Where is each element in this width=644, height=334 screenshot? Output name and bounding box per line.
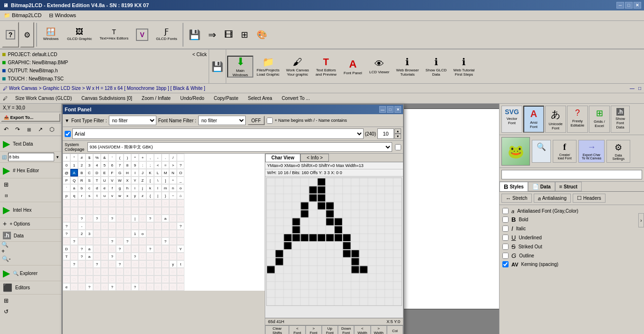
char-cell[interactable]: □ — [86, 215, 93, 222]
bold-checkbox[interactable] — [502, 216, 509, 223]
char-cell[interactable]: i — [131, 184, 139, 192]
grid-btn2[interactable]: ⊟ — [1, 190, 11, 201]
char-cell[interactable]: P — [63, 177, 70, 184]
char-cell[interactable]: ? — [78, 253, 86, 260]
canvas-subdivisions[interactable]: Canvas Subdivisions [0] — [79, 95, 134, 101]
close-btn[interactable]: ✕ — [634, 2, 641, 9]
char-cell[interactable]: [ — [146, 177, 154, 184]
char-cell[interactable]: □ — [177, 253, 184, 260]
char-cell[interactable]: □ — [124, 260, 131, 268]
char-cell[interactable]: 2 — [78, 161, 86, 169]
char-cell[interactable]: □ — [139, 207, 146, 215]
char-cell[interactable]: □ — [93, 245, 101, 253]
char-cell[interactable]: □ — [101, 207, 108, 215]
char-cell[interactable]: □ — [108, 207, 116, 215]
char-cell[interactable]: □ — [108, 275, 116, 283]
char-cell[interactable]: F — [108, 169, 116, 177]
codepage-checkbox[interactable] — [395, 144, 401, 150]
char-cell[interactable]: □ — [116, 275, 124, 283]
char-cell[interactable]: □ — [154, 260, 162, 268]
color-btn[interactable]: 🎨 — [253, 22, 270, 48]
char-cell[interactable]: □ — [124, 199, 131, 207]
down-font-btn[interactable]: Down Font — [338, 325, 354, 334]
convert-to[interactable]: Convert To ... — [280, 95, 312, 101]
text-data-btn[interactable]: ▶ Text Data — [0, 136, 61, 152]
window-restore[interactable]: — — [630, 86, 634, 91]
char-cell[interactable]: □ — [108, 230, 116, 237]
char-cell[interactable]: □ — [154, 230, 162, 237]
char-cell[interactable]: □ — [78, 283, 86, 291]
glcd-fonts-btn[interactable]: Ƒ GLCD Fonts — [153, 22, 180, 48]
data-btn[interactable]: .h Data — [0, 230, 61, 242]
char-cell[interactable]: H — [124, 169, 131, 177]
char-cell[interactable]: ~ — [169, 192, 177, 199]
char-cell[interactable]: □ — [116, 207, 124, 215]
char-cell[interactable]: x — [124, 192, 131, 199]
char-cell[interactable]: □ — [131, 237, 139, 245]
char-cell[interactable]: d — [93, 184, 101, 192]
char-cell[interactable]: □ — [86, 207, 93, 215]
char-cell[interactable]: { — [146, 192, 154, 199]
char-cell[interactable]: □ — [139, 199, 146, 207]
marquee-btn[interactable]: ⬡ — [47, 124, 57, 135]
char-cell[interactable]: } — [162, 192, 169, 199]
striked-checkbox[interactable] — [502, 244, 509, 250]
char-cell[interactable]: 8 — [124, 161, 131, 169]
char-cell[interactable]: □ — [101, 275, 108, 283]
char-cell[interactable]: I — [131, 169, 139, 177]
char-cell[interactable]: R — [78, 177, 86, 184]
right-edge-arrow[interactable]: › — [638, 213, 644, 227]
char-cell[interactable]: □ — [63, 275, 70, 283]
char-cell[interactable]: ` — [63, 184, 70, 192]
char-cell[interactable]: □ — [78, 199, 86, 207]
char-cell[interactable]: □ — [139, 253, 146, 260]
char-cell[interactable]: □ — [101, 215, 108, 222]
char-cell[interactable]: □ — [124, 253, 131, 260]
char-cell[interactable]: ] — [162, 177, 169, 184]
char-cell[interactable]: □ — [154, 199, 162, 207]
char-cell[interactable]: □ — [139, 215, 146, 222]
char-cell[interactable]: z — [139, 192, 146, 199]
char-cell[interactable]: □ — [101, 230, 108, 237]
struct-tab[interactable]: ≡ Struct — [555, 182, 582, 191]
font-search-input[interactable] — [501, 170, 642, 179]
char-cell[interactable]: t — [177, 260, 184, 268]
grids-excel-btn[interactable]: ⊞ Grids / Excel — [589, 106, 610, 133]
char-cell[interactable]: □ — [86, 260, 93, 268]
char-cell[interactable]: □ — [162, 230, 169, 237]
char-cell[interactable]: □ — [146, 199, 154, 207]
italic-checkbox[interactable] — [502, 226, 509, 232]
zoom-out-btn[interactable]: 🔍- — [1, 254, 11, 264]
char-cell[interactable]: : — [139, 161, 146, 169]
char-cell[interactable]: □ — [162, 275, 169, 283]
char-cell[interactable]: □ — [169, 215, 177, 222]
char-cell[interactable]: ? — [78, 215, 86, 222]
char-cell[interactable]: 6 — [108, 161, 116, 169]
char-cell[interactable]: □ — [169, 275, 177, 283]
char-cell[interactable]: q — [70, 192, 78, 199]
rotate-btn[interactable]: ↺ — [1, 306, 11, 317]
char-cell[interactable]: ? — [146, 245, 154, 253]
char-cell[interactable]: □ — [162, 253, 169, 260]
char-cell[interactable]: □ — [169, 283, 177, 291]
char-cell[interactable]: □ — [116, 283, 124, 291]
zoom-inflate[interactable]: Zoom / Inflate — [140, 95, 173, 101]
char-cell[interactable]: □ — [177, 207, 184, 215]
char-cell[interactable]: □ — [146, 283, 154, 291]
info-tab[interactable]: < Info > — [300, 154, 329, 162]
char-cell[interactable]: □ — [124, 222, 131, 230]
char-cell[interactable]: □ — [116, 253, 124, 260]
char-cell[interactable]: ? — [108, 283, 116, 291]
char-cell[interactable]: | — [154, 192, 162, 199]
redo-btn[interactable]: ↷ — [12, 124, 23, 135]
kerning-checkbox[interactable] — [502, 261, 509, 267]
char-cell[interactable]: □ — [131, 199, 139, 207]
char-cell[interactable]: □ — [70, 230, 78, 237]
svg-font-btn[interactable]: SVG Vector Font — [501, 106, 522, 133]
char-cell[interactable]: □ — [70, 253, 78, 260]
copy-paste[interactable]: Copy/Paste — [212, 95, 240, 101]
char-cell[interactable]: ? — [177, 222, 184, 230]
hex-editor-btn[interactable]: ▶ # Hex Editor — [0, 163, 61, 178]
char-cell[interactable]: □ — [70, 283, 78, 291]
char-cell[interactable]: □ — [154, 207, 162, 215]
